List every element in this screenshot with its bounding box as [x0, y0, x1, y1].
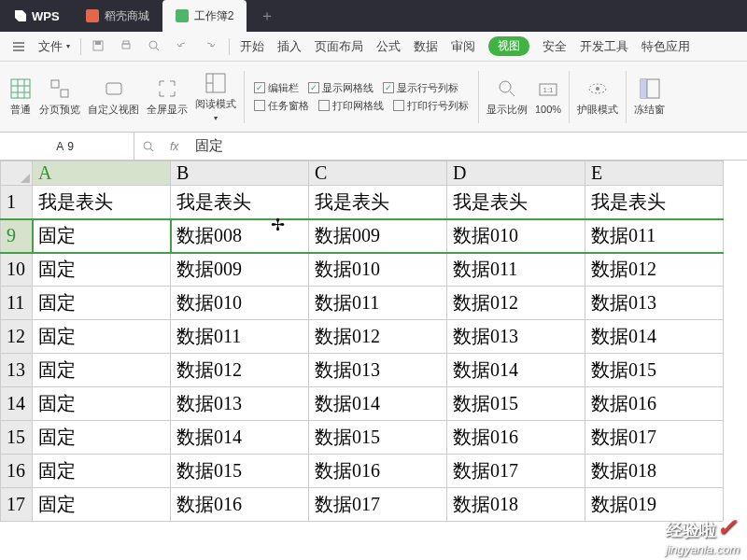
file-menu[interactable]: 文件 ▾: [32, 32, 77, 62]
cell[interactable]: 固定: [33, 287, 171, 320]
qat-preview[interactable]: [141, 32, 169, 62]
row-header-13[interactable]: 13: [1, 354, 33, 387]
menu-special[interactable]: 特色应用: [635, 32, 697, 62]
cell[interactable]: 数据018: [447, 488, 585, 522]
cell[interactable]: 数据012: [171, 354, 309, 387]
cell[interactable]: 数据009: [171, 253, 309, 287]
cell[interactable]: 数据016: [171, 488, 309, 522]
col-header-B[interactable]: B: [171, 161, 309, 186]
cell[interactable]: 数据010: [447, 219, 585, 253]
menu-view[interactable]: 视图: [482, 32, 536, 62]
view-normal-button[interactable]: 普通: [6, 74, 35, 120]
view-reading-button[interactable]: 阅读模式▾: [191, 68, 240, 126]
cell[interactable]: 数据013: [309, 354, 447, 387]
col-header-E[interactable]: E: [585, 161, 724, 186]
name-box[interactable]: A9: [0, 133, 134, 160]
cell[interactable]: 数据008: [171, 219, 309, 253]
col-header-D[interactable]: D: [447, 161, 585, 186]
view-pagebreak-button[interactable]: 分页预览: [35, 74, 84, 120]
cell[interactable]: 我是表头: [171, 186, 309, 219]
fx-icon[interactable]: fx: [162, 140, 186, 153]
cell[interactable]: 我是表头: [585, 186, 724, 219]
cell[interactable]: 固定: [33, 488, 171, 522]
check-print-head[interactable]: 打印行号列标: [393, 99, 469, 113]
check-formula-bar[interactable]: ✓编辑栏: [254, 81, 299, 95]
cell[interactable]: 数据010: [171, 287, 309, 320]
cell[interactable]: 数据018: [585, 455, 724, 488]
cell[interactable]: 数据016: [309, 455, 447, 488]
new-tab-button[interactable]: ＋: [247, 7, 288, 26]
freeze-panes-button[interactable]: 冻结窗: [630, 74, 669, 120]
cell[interactable]: 数据013: [585, 287, 724, 320]
qat-print[interactable]: [113, 32, 141, 62]
cell[interactable]: 固定: [33, 455, 171, 488]
hamburger-icon[interactable]: [6, 32, 32, 62]
cell[interactable]: 数据017: [585, 421, 724, 455]
row-header-9[interactable]: 9: [1, 219, 33, 253]
menu-security[interactable]: 安全: [536, 32, 573, 62]
menu-home[interactable]: 开始: [233, 32, 271, 62]
cell[interactable]: 数据011: [447, 253, 585, 287]
menu-insert[interactable]: 插入: [271, 32, 308, 62]
cell[interactable]: 固定: [33, 320, 171, 354]
cell[interactable]: 数据014: [309, 387, 447, 421]
tab-mall[interactable]: 稻壳商城: [73, 0, 162, 32]
menu-data[interactable]: 数据: [407, 32, 444, 62]
cell[interactable]: 固定: [33, 387, 171, 421]
cell[interactable]: 固定: [33, 421, 171, 455]
tab-workbook[interactable]: 工作簿2: [162, 0, 247, 32]
view-custom-button[interactable]: 自定义视图: [84, 74, 143, 120]
qat-save[interactable]: [85, 32, 113, 62]
row-header-1[interactable]: 1: [1, 186, 33, 219]
cell[interactable]: 数据012: [447, 287, 585, 320]
row-header-12[interactable]: 12: [1, 320, 33, 354]
menu-layout[interactable]: 页面布局: [308, 32, 370, 62]
cell[interactable]: 数据017: [447, 455, 585, 488]
qat-redo[interactable]: [197, 32, 225, 62]
cell[interactable]: 数据016: [585, 387, 724, 421]
spreadsheet-grid[interactable]: ABCDE1我是表头我是表头我是表头我是表头我是表头9固定数据008数据009数…: [0, 161, 747, 560]
row-header-15[interactable]: 15: [1, 421, 33, 455]
cell[interactable]: 数据014: [585, 320, 724, 354]
cell[interactable]: 数据015: [171, 455, 309, 488]
check-taskpane[interactable]: 任务窗格: [254, 99, 309, 113]
zoom-button[interactable]: 显示比例: [483, 74, 531, 120]
zoom-100-button[interactable]: 1:1 100%: [531, 75, 565, 119]
menu-dev[interactable]: 开发工具: [573, 32, 635, 62]
cell[interactable]: 数据010: [309, 253, 447, 287]
cell[interactable]: 数据015: [309, 421, 447, 455]
cell[interactable]: 数据012: [585, 253, 724, 287]
check-headings[interactable]: ✓显示行号列标: [383, 81, 458, 95]
cell[interactable]: 数据011: [309, 287, 447, 320]
cell[interactable]: 数据016: [447, 421, 585, 455]
row-header-16[interactable]: 16: [1, 455, 33, 488]
menu-review[interactable]: 审阅: [444, 32, 482, 62]
row-header-10[interactable]: 10: [1, 253, 33, 287]
cell[interactable]: 固定: [33, 354, 171, 387]
qat-undo[interactable]: [169, 32, 197, 62]
cell[interactable]: 数据017: [309, 488, 447, 522]
check-gridlines[interactable]: ✓显示网格线: [308, 81, 374, 95]
cell[interactable]: 数据013: [447, 320, 585, 354]
formula-input[interactable]: 固定: [186, 137, 747, 155]
menu-formula[interactable]: 公式: [370, 32, 407, 62]
cell[interactable]: 数据011: [585, 219, 724, 253]
cell[interactable]: 数据013: [171, 387, 309, 421]
col-header-A[interactable]: A: [33, 161, 171, 186]
cell[interactable]: 数据012: [309, 320, 447, 354]
cell[interactable]: 数据014: [171, 421, 309, 455]
row-header-17[interactable]: 17: [1, 488, 33, 522]
cell[interactable]: 固定: [33, 219, 171, 253]
search-icon[interactable]: [134, 140, 162, 153]
cell[interactable]: 数据011: [171, 320, 309, 354]
row-header-11[interactable]: 11: [1, 287, 33, 320]
check-print-grid[interactable]: 打印网格线: [318, 99, 384, 113]
cell[interactable]: 数据015: [585, 354, 724, 387]
eye-care-button[interactable]: 护眼模式: [573, 74, 622, 120]
view-fullscreen-button[interactable]: 全屏显示: [143, 74, 191, 120]
cell[interactable]: 固定: [33, 253, 171, 287]
col-header-C[interactable]: C: [309, 161, 447, 186]
cell[interactable]: 数据014: [447, 354, 585, 387]
cell[interactable]: 数据015: [447, 387, 585, 421]
cell[interactable]: 我是表头: [33, 186, 171, 219]
